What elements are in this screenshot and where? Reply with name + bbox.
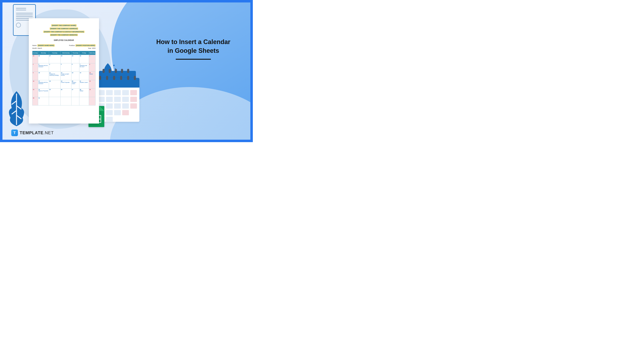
calendar-cell: 28Salary! (79, 89, 89, 97)
name-label: Name: (32, 44, 37, 46)
calendar-cell: 26 (38, 55, 49, 63)
calendar-cell: 21Vacation Leave! (79, 80, 89, 89)
day-header: Saturday (89, 51, 95, 55)
day-header: Wednesday (60, 51, 71, 55)
calendar-cell: 11Finalize the marketing strategy (49, 72, 60, 80)
day-header: Friday (79, 51, 89, 55)
month-value: March (38, 47, 42, 49)
day-header: Thursday (72, 51, 79, 55)
calendar-cell: 17Marketing with the Investors (38, 80, 49, 89)
day-header: Sunday (32, 51, 38, 55)
month-label: Month: (32, 47, 37, 49)
position-value: [INSERT POSITION HERE] (76, 44, 96, 46)
calendar-cell: 13 (72, 72, 79, 80)
leaf-icon (4, 89, 29, 127)
calendar-cell: 2 (32, 63, 38, 72)
calendar-cell: 30 (79, 55, 89, 63)
title-underline (176, 59, 211, 60)
calendar-cell: 26 (60, 89, 71, 97)
year-label: Year: (88, 47, 92, 49)
company-address-placeholder: [INSERT THE COMPANY ADDRESS] (50, 27, 78, 30)
calendar-title: EMPLOYEE CALENDAR (32, 39, 96, 41)
calendar-table: SundayMondayTuesdayWednesdayThursdayFrid… (32, 51, 96, 105)
day-header: Tuesday (49, 51, 60, 55)
brand-logo: T TEMPLATE.NET (11, 129, 54, 136)
calendar-cell (79, 97, 89, 105)
brand-text: TEMPLATE.NET (20, 130, 54, 135)
calendar-cell: 29 (72, 55, 79, 63)
calendar-cell: 20Vacation Leave! (72, 80, 79, 89)
calendar-cell: 16 (32, 80, 38, 89)
calendar-cell: 12Create a project timeline (60, 72, 71, 80)
calendar-cell: 8 (89, 63, 95, 72)
calendar-cell: 5 (60, 63, 71, 72)
brand-icon: T (11, 129, 18, 136)
title-line-1: How to Insert a Calendar (156, 38, 230, 45)
calendar-cell (60, 97, 71, 105)
calendar-cell: 23 (32, 89, 38, 97)
calendar-cell (89, 97, 95, 105)
company-name-placeholder: [INSERT THE COMPANY NAME] (51, 24, 76, 26)
name-value: [INSERT NAME HERE] (38, 44, 54, 46)
calendar-template-sheet: [INSERT THE COMPANY NAME] [INSERT THE CO… (29, 18, 99, 123)
calendar-cell: 27 (49, 55, 60, 63)
calendar-cell: 25 (32, 55, 38, 63)
calendar-cell: 10 (38, 72, 49, 80)
calendar-cell: 27 (72, 89, 79, 97)
calendar-cell: 25 (49, 89, 60, 97)
calendar-cell: 28 (60, 55, 71, 63)
calendar-cell (49, 97, 60, 105)
position-label: Position: (69, 44, 75, 46)
calendar-cell: 15Salary! (89, 72, 95, 80)
calendar-cell: 1 (89, 55, 95, 63)
template-header: [INSERT THE COMPANY NAME] [INSERT THE CO… (32, 23, 96, 36)
calendar-cell (72, 97, 79, 105)
calendar-cell: 22 (89, 80, 95, 89)
calendar-cell: 30 (32, 97, 38, 105)
title-line-2: in Google Sheets (168, 47, 219, 54)
calendar-cell: 18 (49, 80, 60, 89)
calendar-cell: 14 (79, 72, 89, 80)
year-value: 2053 (92, 47, 96, 49)
calendar-cell: 4 (49, 63, 60, 72)
calendar-cell: 3Marketing with the Investors (38, 63, 49, 72)
svg-point-0 (113, 65, 115, 66)
calendar-cell: 29 (89, 89, 95, 97)
company-contact-placeholder: [INSERT THE COMPANY'S CONTACT INFORMATIO… (43, 31, 85, 33)
calendar-cell: 7Marketing with the CEO (79, 63, 89, 72)
calendar-cell: 6 (72, 63, 79, 72)
calendar-cell: 9 (32, 72, 38, 80)
company-website-placeholder: [INSERT THE COMPANY WEBSITE] (50, 34, 78, 36)
banner-frame: [INSERT THE COMPANY NAME] [INSERT THE CO… (0, 0, 253, 142)
calendar-cell: 19Check Proposals (60, 80, 71, 89)
day-header: Monday (38, 51, 49, 55)
calendar-cell: 24Approve Proposals (38, 89, 49, 97)
calendar-cell: 31 (38, 97, 49, 105)
main-title: How to Insert a Calendarin Google Sheets (154, 37, 233, 60)
